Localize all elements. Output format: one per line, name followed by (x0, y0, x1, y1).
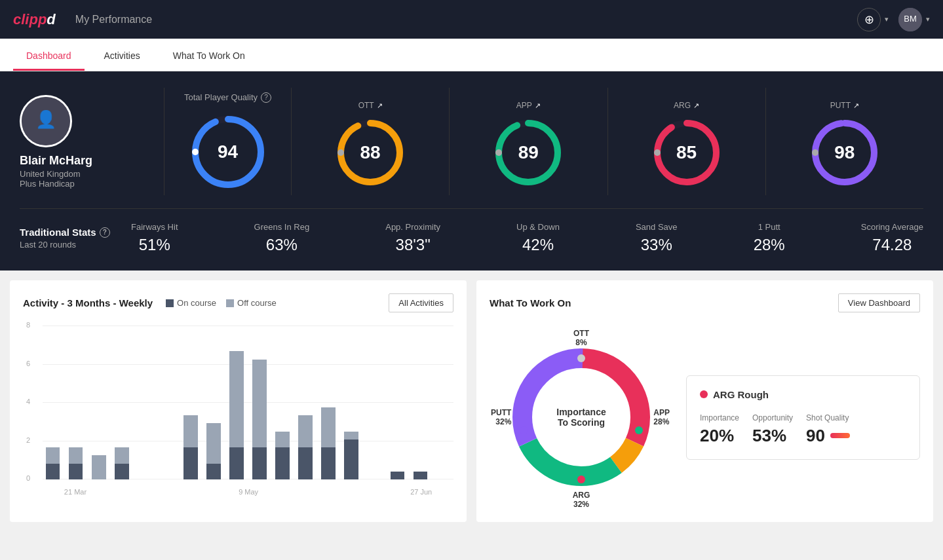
fairways-hit-value: 51% (131, 236, 178, 254)
quality-help-icon[interactable]: ? (261, 92, 271, 103)
stat-up-down: Up & Down 42% (516, 222, 560, 254)
shot-bar-indicator (830, 433, 850, 438)
bar-stack (43, 447, 63, 479)
trad-stats-help-icon[interactable]: ? (100, 227, 110, 238)
avatar-button-group[interactable]: BM ▾ (898, 8, 930, 31)
bar-group (43, 326, 63, 479)
add-icon-button[interactable]: ⊕ (857, 8, 881, 31)
detail-shot-quality: Shot Quality 90 (806, 413, 850, 446)
bar-group (134, 326, 155, 479)
view-dashboard-button[interactable]: View Dashboard (838, 293, 920, 312)
putt-ring: 98 (809, 117, 881, 189)
on-course-bar (69, 464, 83, 479)
app-proximity-value: 38'3" (385, 236, 440, 254)
sand-save-value: 33% (636, 236, 678, 254)
ott-label: OTT ↗ (358, 101, 383, 110)
svg-point-25 (635, 426, 643, 434)
putt-value: 98 (834, 142, 855, 163)
x-label-may: 9 May (239, 488, 258, 496)
bar-group (250, 326, 270, 479)
app-label: APP ↗ (516, 101, 541, 110)
tab-dashboard[interactable]: Dashboard (13, 43, 85, 71)
stat-fairways-hit: Fairways Hit 51% (131, 222, 178, 254)
x-label-mar: 21 Mar (64, 488, 87, 496)
activity-title: Activity - 3 Months - Weekly (23, 297, 153, 308)
stat-1-putt: 1 Putt 28% (754, 222, 785, 254)
metric-arg: ARG ↗ 85 (607, 88, 765, 195)
on-course-bar (252, 447, 267, 479)
off-course-bar (46, 447, 60, 463)
off-course-bar (321, 407, 336, 447)
on-course-bar (321, 447, 336, 479)
greens-value: 63% (254, 236, 310, 254)
user-avatar-button[interactable]: BM (898, 8, 922, 31)
tab-activities[interactable]: Activities (91, 43, 153, 71)
bar-group (387, 326, 408, 479)
total-quality-value: 94 (218, 141, 238, 162)
on-course-bar (391, 472, 405, 479)
header-right: ⊕ ▾ BM ▾ (857, 8, 930, 31)
ott-value: 88 (360, 142, 381, 163)
arg-label: ARG ↗ (674, 101, 699, 110)
scoring-avg-value: 74.28 (861, 236, 923, 254)
traditional-stats: Traditional Stats ? Last 20 rounds Fairw… (20, 208, 923, 254)
on-course-bar (206, 464, 221, 479)
ott-segment-label: OTT 8% (573, 329, 589, 347)
bar-group (88, 326, 109, 479)
tab-what-to-work-on[interactable]: What To Work On (160, 43, 258, 71)
detail-importance: Importance 20% (700, 413, 739, 446)
activity-chart: 8 6 4 2 0 21 Mar 9 May 27 Jun (23, 326, 453, 496)
putt-trend: ↗ (853, 102, 859, 110)
on-course-dot (166, 299, 174, 307)
app-value: 89 (518, 142, 539, 163)
up-down-value: 42% (516, 236, 560, 254)
bar-group (111, 326, 132, 479)
header-left: clippd My Performance (13, 11, 152, 28)
add-button-group[interactable]: ⊕ ▾ (857, 8, 889, 31)
sand-save-label: Sand Save (636, 222, 678, 232)
bar-stack (318, 407, 339, 479)
bar-stack (111, 447, 132, 479)
quality-label: Total Player Quality ? (184, 92, 271, 103)
trad-stats-label: Traditional Stats ? Last 20 rounds (20, 227, 131, 250)
on-course-bar (344, 439, 358, 479)
bar-group (180, 326, 201, 479)
wwo-header: What To Work On View Dashboard (490, 293, 920, 312)
bar-group (318, 326, 339, 479)
wwo-title: What To Work On (490, 297, 571, 308)
player-name: Blair McHarg (20, 154, 92, 168)
on-course-bar (115, 464, 129, 479)
avatar-chevron: ▾ (926, 15, 930, 24)
svg-text:BM: BM (904, 14, 917, 24)
detail-metrics: Importance 20% Opportunity 53% Shot Qual… (700, 413, 906, 446)
bar-group (227, 326, 247, 479)
bar-stack (250, 360, 270, 479)
player-avatar: 👤 (20, 95, 72, 147)
player-country: United Kingdom (20, 169, 81, 179)
player-handicap: Plus Handicap (20, 179, 75, 189)
activity-header: Activity - 3 Months - Weekly On course O… (23, 293, 453, 312)
bar-stack (66, 447, 86, 479)
bars-container (43, 326, 453, 479)
bar-group (203, 326, 223, 479)
legend-on-course: On course (166, 298, 216, 308)
bar-group (364, 326, 385, 479)
header-title: My Performance (75, 14, 152, 26)
off-course-bar (275, 432, 290, 447)
arg-value: 85 (676, 142, 697, 163)
detail-dot (700, 390, 708, 398)
on-course-bar (298, 447, 313, 479)
off-course-bar (252, 360, 267, 447)
activity-title-group: Activity - 3 Months - Weekly On course O… (23, 297, 277, 308)
total-quality: Total Player Quality ? 94 (171, 92, 291, 191)
metric-putt: PUTT ↗ 98 (765, 88, 923, 195)
shot-quality-bar: 90 (806, 426, 850, 446)
on-course-bar (46, 464, 60, 479)
header: clippd My Performance ⊕ ▾ BM ▾ (0, 0, 943, 39)
bar-stack (227, 351, 247, 479)
bar-stack (180, 415, 201, 479)
on-course-bar (183, 447, 198, 479)
bar-group (273, 326, 293, 479)
all-activities-button[interactable]: All Activities (389, 293, 453, 312)
activity-legend: On course Off course (166, 298, 277, 308)
